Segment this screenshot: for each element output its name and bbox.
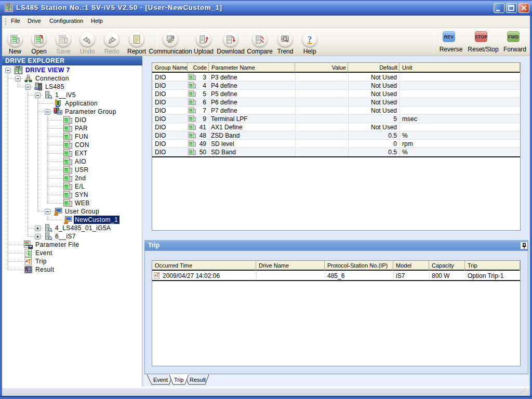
svg-text:Result: Result	[190, 377, 206, 383]
svg-text:LS4: LS4	[34, 87, 40, 90]
svg-text:Event: Event	[153, 377, 168, 383]
svg-text:T: T	[28, 258, 32, 265]
svg-text:T: T	[156, 273, 160, 278]
svg-text:E: E	[28, 250, 32, 257]
svg-text:Trip: Trip	[174, 377, 184, 383]
svg-text:DV7: DV7	[6, 4, 10, 6]
svg-text:DV7: DV7	[16, 66, 20, 69]
